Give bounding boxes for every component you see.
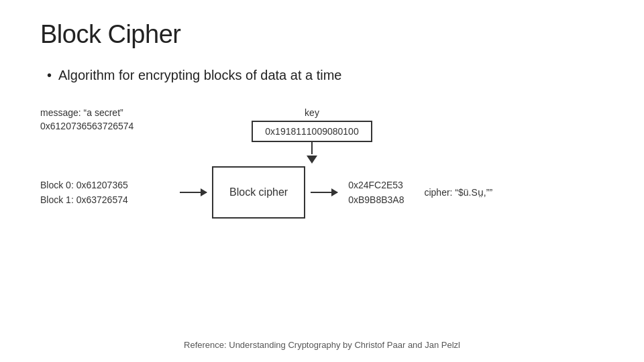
message-hex: 0x6120736563726574 bbox=[40, 121, 174, 131]
arrow-line bbox=[180, 192, 207, 193]
block-cipher-box: Block cipher bbox=[212, 166, 305, 219]
output0-hex: 0x24FC2E53 bbox=[348, 180, 404, 190]
output1-hex: 0xB9B8B3A8 bbox=[348, 194, 404, 205]
block0-label: Block 0: 0x61207365 bbox=[40, 180, 174, 190]
diagram-main-row: Block 0: 0x61207365 Block 1: 0x63726574 … bbox=[40, 166, 604, 219]
page-title: Block Cipher bbox=[40, 20, 604, 49]
key-arrow-down bbox=[307, 156, 317, 164]
bullet-point: • Algorithm for encrypting blocks of dat… bbox=[47, 68, 604, 83]
reference: Reference: Understanding Cryptography by… bbox=[0, 340, 644, 350]
bullet-prefix: • bbox=[47, 68, 52, 82]
page: Block Cipher • Algorithm for encrypting … bbox=[0, 0, 644, 362]
key-box: 0x1918111009080100 bbox=[252, 121, 372, 142]
key-area: key 0x1918111009080100 bbox=[252, 107, 372, 164]
key-label: key bbox=[305, 107, 319, 118]
cipher-result: cipher: “$ü.Sṳ,”” bbox=[424, 187, 492, 198]
block1-label: Block 1: 0x63726574 bbox=[40, 194, 174, 205]
input-arrow bbox=[180, 192, 207, 193]
message-label: message: “a secret” bbox=[40, 107, 174, 118]
output-col: 0x24FC2E53 0xB9B8B3A8 bbox=[348, 180, 404, 205]
blocks-col: Block 0: 0x61207365 Block 1: 0x63726574 bbox=[40, 180, 174, 205]
output-arrow bbox=[311, 192, 337, 193]
bullet-text: Algorithm for encrypting blocks of data … bbox=[58, 68, 341, 82]
key-connector bbox=[311, 142, 313, 154]
output-arrow-line bbox=[311, 192, 337, 193]
diagram-area: message: “a secret” 0x6120736563726574 k… bbox=[40, 107, 604, 219]
message-col: message: “a secret” 0x6120736563726574 bbox=[40, 107, 174, 131]
